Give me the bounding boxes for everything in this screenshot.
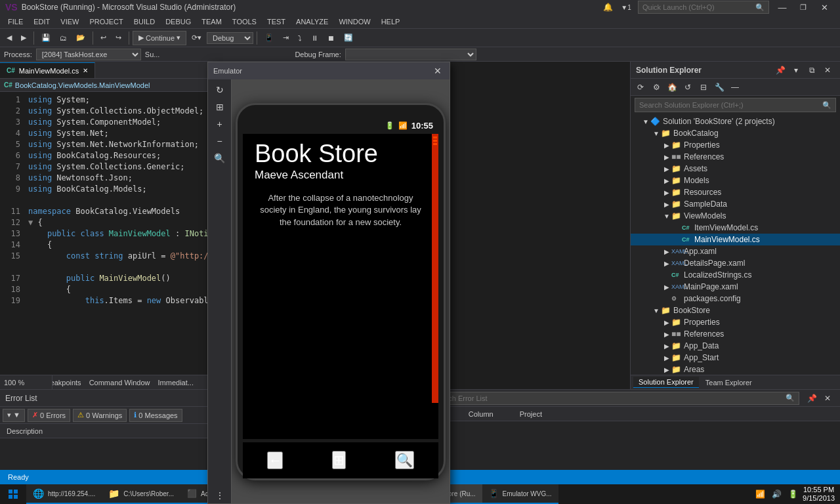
menu-view[interactable]: VIEW bbox=[55, 14, 84, 29]
se-pin-btn[interactable]: 📌 bbox=[773, 64, 788, 77]
br-panel-close-btn[interactable]: ✕ bbox=[820, 392, 835, 405]
menu-build[interactable]: BUILD bbox=[129, 14, 160, 29]
editor-tab-mainviewmodel[interactable]: C# MainViewModel.cs ✕ bbox=[0, 62, 95, 78]
restart-btn[interactable]: 🔄 bbox=[340, 30, 357, 46]
tree-appxaml[interactable]: ▶ XAML App.xaml bbox=[631, 245, 840, 257]
tree-appstart[interactable]: ▶ 📁 App_Start bbox=[631, 352, 840, 364]
emulator-close-button[interactable]: ✕ bbox=[431, 64, 444, 77]
se-tab-team-explorer[interactable]: Team Explorer bbox=[700, 377, 757, 388]
start-button[interactable] bbox=[0, 484, 26, 504]
tree-viewmodels[interactable]: ▼ 📁 ViewModels bbox=[631, 210, 840, 222]
menu-test[interactable]: TEST bbox=[262, 14, 291, 29]
emu-zoom-out-btn[interactable]: − bbox=[210, 133, 230, 149]
debug-config-select[interactable]: Debug Release bbox=[207, 32, 253, 44]
tree-bookstore[interactable]: ▼ 📁 BookStore bbox=[631, 304, 840, 316]
tree-mainviewmodel[interactable]: C# MainViewModel.cs bbox=[631, 234, 840, 245]
notification-icon[interactable]: 🔔 bbox=[598, 0, 617, 14]
menu-tools[interactable]: TOOLS bbox=[227, 14, 262, 29]
step-into-btn[interactable]: ⤵ bbox=[294, 30, 306, 46]
se-properties-btn[interactable]: ⚙ bbox=[649, 81, 663, 94]
tree-resources-folder[interactable]: ▶ 📁 Resources bbox=[631, 186, 840, 198]
tray-network-icon[interactable]: 📶 bbox=[753, 490, 767, 499]
error-count-btn[interactable]: ✗ 0 Errors bbox=[28, 409, 70, 422]
tree-mainpage[interactable]: ▶ XAML MainPage.xaml bbox=[631, 281, 840, 293]
phone-back-button[interactable]: ← bbox=[267, 452, 283, 469]
undo-btn[interactable]: ↩ bbox=[96, 30, 110, 46]
save-all-btn[interactable]: 🗂 bbox=[56, 30, 71, 46]
zoom-control[interactable]: 100 % bbox=[0, 375, 52, 389]
forward-btn[interactable]: ▶ bbox=[17, 30, 30, 46]
menu-analyze[interactable]: ANALYZE bbox=[291, 14, 333, 29]
error-filter-dropdown[interactable]: ▾ ▼ bbox=[3, 409, 25, 422]
se-refresh-btn[interactable]: ↺ bbox=[681, 81, 695, 94]
tab-close-icon[interactable]: ✕ bbox=[83, 67, 88, 74]
menu-project[interactable]: PROJECT bbox=[84, 14, 128, 29]
tree-models[interactable]: ▶ 📁 Models bbox=[631, 175, 840, 186]
taskbar-emulator[interactable]: 📱 Emulator WVG... bbox=[482, 484, 558, 504]
menu-team[interactable]: TEAM bbox=[196, 14, 227, 29]
save-btn[interactable]: 💾 bbox=[37, 30, 54, 46]
debug-tab-immediate[interactable]: Immediat... bbox=[158, 377, 194, 388]
refresh-btn[interactable]: ⟳▾ bbox=[188, 30, 205, 46]
message-count-btn[interactable]: ℹ 0 Messages bbox=[129, 409, 182, 422]
stop-btn[interactable]: ⏹ bbox=[324, 30, 339, 46]
debug-tab-commandwindow[interactable]: Command Window bbox=[89, 377, 150, 388]
se-dropdown-btn[interactable]: ▾ bbox=[789, 64, 803, 77]
maximize-button[interactable]: ❐ bbox=[793, 0, 814, 14]
taskbar-explorer[interactable]: 📁 C:\Users\Rober... bbox=[102, 484, 180, 504]
tree-references-2[interactable]: ▶ ■■ References bbox=[631, 328, 840, 340]
menu-file[interactable]: FILE bbox=[3, 14, 28, 29]
signal-icon[interactable]: ▼1 bbox=[617, 0, 635, 14]
tree-sampledata[interactable]: ▶ 📁 SampleData bbox=[631, 198, 840, 210]
tree-localizedstrings[interactable]: C# LocalizedStrings.cs bbox=[631, 269, 840, 281]
se-filter-btn[interactable]: 🔧 bbox=[712, 81, 726, 94]
se-home-btn[interactable]: 🏠 bbox=[665, 81, 679, 94]
se-expand-btn[interactable]: — bbox=[728, 81, 742, 94]
redo-btn[interactable]: ↪ bbox=[112, 30, 125, 46]
se-undock-btn[interactable]: ⧉ bbox=[805, 64, 819, 77]
pause-btn[interactable]: ⏸ bbox=[307, 30, 322, 46]
open-btn[interactable]: 📂 bbox=[72, 30, 89, 46]
close-button[interactable]: ✕ bbox=[814, 0, 835, 14]
emu-more-btn[interactable]: ⋮ bbox=[210, 488, 230, 503]
warning-count-btn[interactable]: ⚠ 0 Warnings bbox=[73, 409, 127, 422]
br-panel-pin-btn[interactable]: 📌 bbox=[805, 392, 819, 405]
quick-launch-input[interactable] bbox=[642, 3, 753, 11]
se-search-input[interactable] bbox=[639, 101, 820, 109]
tree-assets[interactable]: ▶ 📁 Assets bbox=[631, 163, 840, 175]
menu-help[interactable]: HELP bbox=[376, 14, 406, 29]
tree-areas[interactable]: ▶ 📁 Areas bbox=[631, 364, 840, 375]
tray-battery-icon[interactable]: 🔋 bbox=[786, 490, 800, 499]
se-collapse-btn[interactable]: ⊟ bbox=[696, 81, 711, 94]
step-over-btn[interactable]: ⇥ bbox=[279, 30, 293, 46]
tray-volume-icon[interactable]: 🔊 bbox=[770, 490, 784, 499]
emu-rotate-btn[interactable]: ↻ bbox=[210, 82, 230, 98]
device-btn[interactable]: 📱 bbox=[261, 30, 278, 46]
tree-references-1[interactable]: ▶ ■■ References bbox=[631, 151, 840, 163]
tree-detailspage[interactable]: ▶ XAML DetailsPage.xaml bbox=[631, 257, 840, 269]
phone-home-button[interactable]: ⊞ bbox=[332, 451, 346, 469]
tree-properties-1[interactable]: ▶ 📁 Properties bbox=[631, 139, 840, 151]
process-select[interactable]: [2084] TaskHost.exe bbox=[36, 49, 141, 60]
phone-search-button[interactable]: 🔍 bbox=[395, 451, 414, 469]
debug-frame-select[interactable] bbox=[345, 49, 476, 60]
taskbar-ie[interactable]: 🌐 http://169.254.... bbox=[26, 484, 102, 504]
emu-fit-btn[interactable]: ⊞ bbox=[210, 99, 230, 115]
error-search-input[interactable] bbox=[433, 394, 783, 402]
se-tab-solution-explorer[interactable]: Solution Explorer bbox=[633, 377, 699, 388]
tree-itemviewmodel[interactable]: C# ItemViewModel.cs bbox=[631, 222, 840, 234]
emu-zoom-in-btn[interactable]: + bbox=[210, 116, 230, 132]
tree-bookcatalog[interactable]: ▼ 📁 BookCatalog bbox=[631, 127, 840, 139]
continue-btn[interactable]: ▶ Continue ▾ bbox=[133, 31, 186, 45]
menu-window[interactable]: WINDOW bbox=[333, 14, 375, 29]
se-sync-btn[interactable]: ⟳ bbox=[633, 81, 648, 94]
tree-properties-2[interactable]: ▶ 📁 Properties bbox=[631, 316, 840, 328]
tree-appdata[interactable]: ▶ 📁 App_Data bbox=[631, 340, 840, 352]
tree-packages[interactable]: ⚙ packages.config bbox=[631, 293, 840, 304]
se-close-btn[interactable]: ✕ bbox=[820, 64, 835, 77]
tray-clock[interactable]: 10:55 PM 9/15/2013 bbox=[803, 486, 835, 503]
emu-search-btn[interactable]: 🔍 bbox=[210, 150, 230, 166]
menu-edit[interactable]: EDIT bbox=[28, 14, 55, 29]
back-btn[interactable]: ◀ bbox=[3, 30, 16, 46]
tree-solution[interactable]: ▼ 🔷 Solution 'BookStore' (2 projects) bbox=[631, 116, 840, 127]
